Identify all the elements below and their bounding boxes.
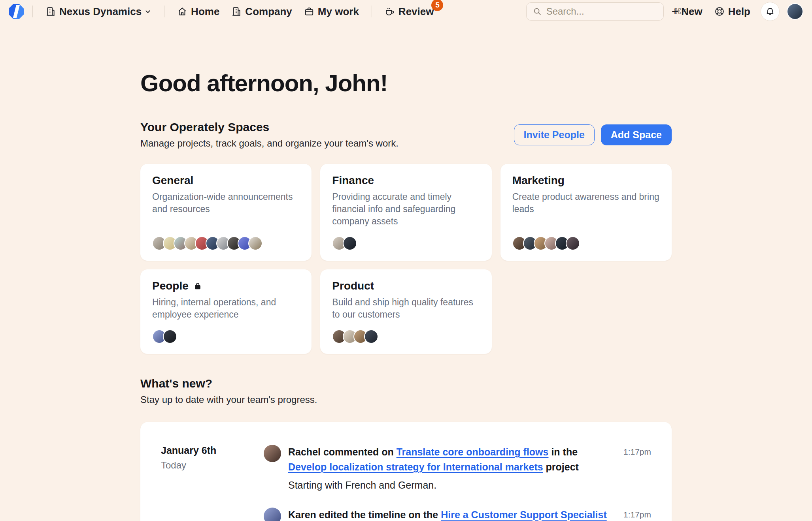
avatar — [163, 329, 177, 344]
spaces-title: Your Operately Spaces — [140, 120, 514, 134]
notifications-button[interactable] — [761, 2, 780, 21]
feed-items: Rachel commented on Translate core onboa… — [264, 445, 651, 521]
member-avatars — [332, 228, 480, 250]
help-button[interactable]: Help — [710, 3, 754, 20]
actor-avatar — [264, 445, 281, 462]
nav-item-home[interactable]: Home — [173, 3, 223, 20]
feed-item-time: 1:17pm — [615, 445, 651, 493]
review-count-badge: 5 — [431, 0, 443, 11]
feed-item-title: Rachel commented on Translate core onboa… — [288, 445, 608, 474]
feed-text: Rachel commented on — [288, 446, 397, 457]
divider — [372, 6, 372, 17]
nav-item-my-work[interactable]: My work — [300, 3, 363, 20]
plus-icon: + — [672, 6, 679, 17]
nav-item-review[interactable]: Review 5 — [381, 3, 438, 20]
company-icon — [231, 6, 242, 17]
search-input[interactable] — [546, 6, 669, 17]
invite-people-button[interactable]: Invite People — [514, 124, 595, 145]
help-button-label: Help — [728, 6, 750, 18]
space-card-description: Organization-wide announcements and reso… — [152, 191, 300, 215]
feed-text: Karen edited the timeline on the — [288, 509, 441, 520]
nav-item-label: My work — [318, 6, 359, 18]
avatar — [343, 236, 357, 250]
member-avatars — [332, 321, 480, 344]
building-icon — [45, 6, 56, 17]
feed-date-relative: Today — [161, 460, 264, 471]
space-card-description: Build and ship high quality features to … — [332, 296, 480, 321]
whats-new-title: What's new? — [140, 377, 672, 390]
bell-icon — [765, 7, 775, 16]
nav-item-label: Review — [398, 6, 434, 18]
feed-item-time: 1:17pm — [615, 508, 651, 521]
feed-link[interactable]: Translate core onboarding flows — [397, 446, 549, 457]
feed-text: project — [543, 461, 579, 472]
space-card-description: Providing accurate and timely financial … — [332, 191, 480, 228]
avatar — [566, 236, 580, 250]
user-avatar[interactable] — [787, 3, 803, 20]
space-card-product[interactable]: Product Build and ship high quality feat… — [320, 269, 491, 354]
main-content: Good afternoon, John! Your Operately Spa… — [140, 70, 672, 521]
search-input-container[interactable]: ⌘K — [526, 2, 664, 21]
add-space-button[interactable]: Add Space — [601, 124, 672, 145]
space-card-title: Finance — [332, 174, 374, 187]
feed-date-column: January 6th Today — [161, 445, 264, 521]
space-card-description: Hiring, internal operations, and employe… — [152, 296, 300, 321]
coffee-icon — [385, 6, 395, 17]
feed-date: January 6th — [161, 445, 264, 456]
briefcase-icon — [304, 6, 314, 17]
new-button-label: New — [681, 6, 702, 18]
company-name: Nexus Dynamics — [59, 6, 142, 18]
actor-avatar — [264, 508, 281, 521]
company-switcher[interactable]: Nexus Dynamics — [42, 3, 155, 20]
divider — [164, 6, 164, 17]
top-navigation: Nexus Dynamics Home Company My work Revi… — [0, 0, 812, 23]
whats-new-subtitle: Stay up to date with your team's progres… — [140, 394, 672, 405]
member-avatars — [152, 321, 300, 344]
search-icon — [533, 7, 542, 16]
spaces-subtitle: Manage projects, track goals, and organi… — [140, 138, 514, 149]
spaces-grid: General Organization-wide announcements … — [140, 164, 672, 354]
avatar — [364, 329, 378, 344]
space-card-title: People — [152, 280, 189, 292]
nav-item-label: Home — [191, 6, 219, 18]
whats-new-header: What's new? Stay up to date with your te… — [140, 377, 672, 405]
nav-item-company[interactable]: Company — [227, 3, 296, 20]
chevron-down-icon — [144, 8, 151, 15]
spaces-section-header: Your Operately Spaces Manage projects, t… — [140, 120, 672, 149]
feed-item: Karen edited the timeline on the Hire a … — [264, 508, 651, 521]
operately-logo[interactable] — [9, 4, 24, 19]
member-avatars — [152, 228, 300, 250]
member-avatars — [512, 228, 660, 250]
feed-link[interactable]: Develop localization strategy for Intern… — [288, 461, 543, 472]
feed-link[interactable]: Hire a Customer Support Specialist — [441, 509, 607, 520]
home-icon — [177, 6, 187, 17]
page-title: Good afternoon, John! — [140, 70, 672, 97]
space-card-marketing[interactable]: Marketing Create product awareness and b… — [500, 164, 672, 261]
activity-feed: January 6th Today Rachel commented on Tr… — [140, 422, 672, 521]
feed-item: Rachel commented on Translate core onboa… — [264, 445, 651, 493]
feed-item-title: Karen edited the timeline on the Hire a … — [288, 508, 608, 521]
space-card-description: Create product awareness and bring leads — [512, 191, 660, 215]
avatar — [248, 236, 262, 250]
space-card-finance[interactable]: Finance Providing accurate and timely fi… — [320, 164, 491, 261]
space-card-people[interactable]: People Hiring, internal operations, and … — [140, 269, 312, 354]
lifebuoy-icon — [714, 6, 725, 17]
feed-body-line: Starting with French and German. — [288, 478, 608, 493]
divider — [32, 6, 33, 17]
nav-item-label: Company — [245, 6, 292, 18]
feed-text: in the — [548, 446, 578, 457]
space-card-title: Marketing — [512, 174, 565, 187]
new-button[interactable]: + New — [668, 3, 706, 20]
space-card-general[interactable]: General Organization-wide announcements … — [140, 164, 312, 261]
space-card-title: General — [152, 174, 193, 187]
space-card-title: Product — [332, 280, 374, 292]
lock-icon — [193, 282, 202, 290]
feed-item-body: Starting with French and German. — [288, 478, 608, 493]
